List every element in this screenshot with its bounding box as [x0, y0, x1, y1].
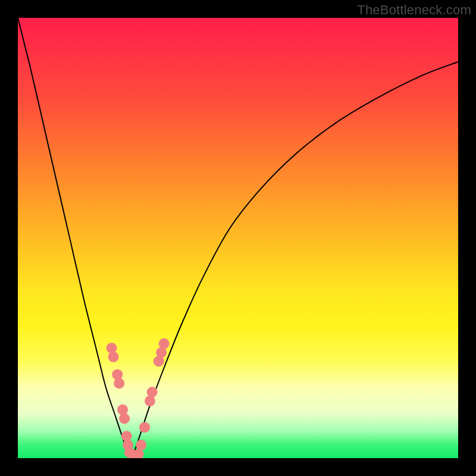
- marker-dot: [139, 422, 150, 433]
- watermark-text: TheBottleneck.com: [357, 2, 471, 18]
- chart-frame: TheBottleneck.com: [0, 0, 476, 476]
- marker-dot: [107, 343, 117, 353]
- chart-svg: [18, 18, 458, 458]
- marker-dot: [112, 369, 123, 380]
- marker-dot: [108, 352, 119, 362]
- marker-dot: [147, 387, 158, 397]
- marker-dot: [159, 339, 170, 349]
- marker-dot: [114, 378, 124, 389]
- marker-dot: [136, 440, 146, 450]
- series-right-curve: [132, 62, 458, 458]
- series-left-curve: [18, 18, 132, 458]
- curve-layer: [18, 18, 458, 458]
- marker-dot: [119, 413, 130, 424]
- marker-dot: [117, 405, 128, 415]
- plot-area: [18, 18, 458, 458]
